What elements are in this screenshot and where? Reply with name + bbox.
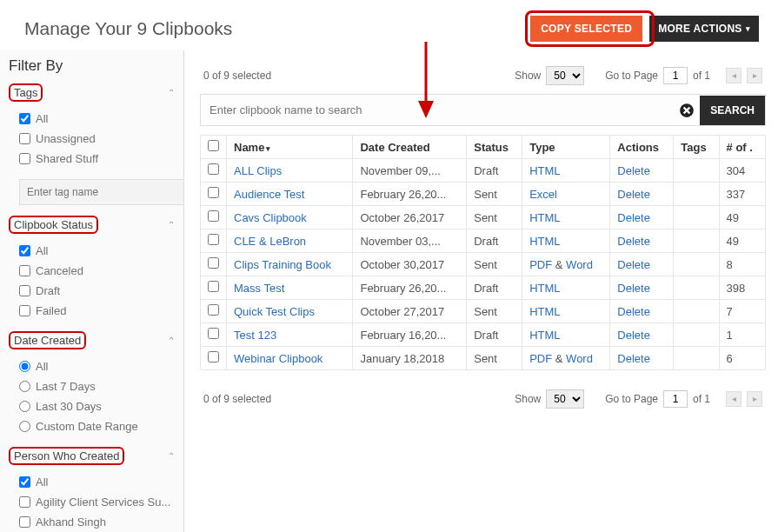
filter-option[interactable]: All — [19, 356, 175, 376]
type-link[interactable]: HTML — [529, 305, 560, 318]
filter-section-date[interactable]: Date Created ⌃ — [0, 328, 183, 353]
delete-link[interactable]: Delete — [617, 352, 650, 365]
page-title: Manage Your 9 Clipbooks — [24, 18, 530, 39]
row-checkbox[interactable] — [208, 234, 219, 245]
next-page-button-bottom[interactable]: ▸ — [747, 391, 762, 407]
page-size-select-bottom[interactable]: 50 — [546, 389, 584, 409]
col-type[interactable]: Type — [522, 136, 610, 159]
prev-page-button-bottom[interactable]: ◂ — [726, 391, 741, 407]
prev-page-button[interactable]: ◂ — [726, 68, 741, 83]
filter-checkbox[interactable] — [19, 305, 30, 316]
filter-option[interactable]: All — [19, 109, 175, 129]
cell-status: Sent — [467, 183, 522, 206]
clipbook-name-link[interactable]: Cavs Clipbook — [234, 211, 307, 224]
filter-radio[interactable] — [19, 401, 30, 412]
row-checkbox[interactable] — [208, 187, 219, 198]
filter-option[interactable]: Akhand Singh — [19, 512, 175, 532]
filter-checkbox[interactable] — [19, 133, 30, 144]
type-link[interactable]: PDF — [529, 258, 552, 271]
show-label: Show — [515, 393, 541, 405]
filter-checkbox[interactable] — [19, 245, 30, 256]
filter-radio[interactable] — [19, 381, 30, 392]
filter-checkbox[interactable] — [19, 265, 30, 276]
filter-option-label: Akhand Singh — [36, 515, 106, 529]
row-checkbox[interactable] — [208, 210, 219, 222]
table-row: Test 123February 16,20...DraftHTMLDelete… — [201, 323, 766, 347]
filter-radio[interactable] — [19, 361, 30, 372]
row-checkbox[interactable] — [208, 304, 219, 316]
clipbook-name-link[interactable]: Test 123 — [234, 329, 276, 342]
clipbook-name-link[interactable]: Clips Training Book — [234, 258, 331, 271]
page-number-input-bottom[interactable] — [663, 390, 688, 408]
filter-option[interactable]: Last 30 Days — [19, 396, 175, 416]
delete-link[interactable]: Delete — [617, 164, 650, 177]
filter-option[interactable]: Custom Date Range — [19, 416, 175, 436]
type-link[interactable]: Word — [566, 258, 593, 271]
row-checkbox[interactable] — [208, 351, 219, 362]
tag-name-input[interactable] — [19, 179, 184, 205]
filter-option[interactable]: Draft — [19, 281, 175, 301]
filter-option[interactable]: All — [19, 241, 175, 261]
filter-section-status[interactable]: Clipbook Status ⌃ — [0, 212, 183, 237]
filter-option[interactable]: All — [19, 472, 175, 492]
filter-option[interactable]: Shared Stuff — [19, 149, 175, 169]
filter-section-person[interactable]: Person Who Created ⌃ — [0, 443, 183, 469]
next-page-button[interactable]: ▸ — [747, 68, 762, 83]
delete-link[interactable]: Delete — [617, 211, 650, 224]
cell-tags — [674, 159, 719, 183]
clear-search-icon[interactable] — [679, 103, 695, 118]
type-link[interactable]: Word — [566, 352, 593, 365]
clipbook-name-link[interactable]: Webinar Clipbook — [234, 352, 323, 365]
clipbook-name-link[interactable]: Audience Test — [234, 188, 304, 201]
filter-radio[interactable] — [19, 421, 30, 432]
row-checkbox[interactable] — [208, 281, 219, 292]
row-checkbox[interactable] — [208, 163, 219, 175]
more-actions-button[interactable]: MORE ACTIONS ▾ — [649, 16, 759, 42]
type-link[interactable]: HTML — [529, 164, 560, 177]
col-actions[interactable]: Actions — [610, 136, 674, 159]
col-count[interactable]: # of . — [719, 136, 765, 159]
filter-checkbox[interactable] — [19, 153, 30, 164]
type-link[interactable]: PDF — [529, 352, 552, 365]
type-link[interactable]: HTML — [529, 211, 560, 224]
clipbook-name-link[interactable]: Quick Test Clips — [234, 305, 315, 318]
clipbooks-table: Name▾ Date Created Status Type Actions T… — [200, 135, 766, 370]
page-number-input[interactable] — [663, 67, 688, 84]
filter-option[interactable]: Canceled — [19, 261, 175, 281]
clipbook-name-link[interactable]: Mass Test — [234, 282, 284, 295]
delete-link[interactable]: Delete — [617, 282, 650, 295]
delete-link[interactable]: Delete — [617, 305, 650, 318]
filter-checkbox[interactable] — [19, 496, 30, 508]
delete-link[interactable]: Delete — [617, 329, 650, 342]
search-input[interactable] — [201, 95, 679, 125]
col-date[interactable]: Date Created — [353, 136, 467, 159]
delete-link[interactable]: Delete — [617, 258, 650, 271]
filter-checkbox[interactable] — [19, 285, 30, 296]
filter-checkbox[interactable] — [19, 476, 30, 488]
col-status[interactable]: Status — [467, 136, 522, 159]
page-size-select[interactable]: 50 — [546, 66, 584, 85]
type-link[interactable]: HTML — [529, 329, 560, 342]
filter-option[interactable]: Last 7 Days — [19, 376, 175, 396]
clipbook-name-link[interactable]: ALL Clips — [234, 164, 282, 177]
col-tags[interactable]: Tags — [674, 136, 719, 159]
filter-option[interactable]: Agility Client Services Su... — [19, 492, 175, 512]
type-link[interactable]: HTML — [529, 282, 560, 295]
filter-option[interactable]: Failed — [19, 301, 175, 321]
copy-selected-button[interactable]: COPY SELECTED — [530, 16, 642, 42]
type-link[interactable]: Excel — [529, 188, 557, 201]
filter-option[interactable]: Unassigned — [19, 129, 175, 149]
cell-count: 49 — [719, 206, 765, 229]
row-checkbox[interactable] — [208, 328, 219, 339]
type-link[interactable]: HTML — [529, 235, 560, 248]
delete-link[interactable]: Delete — [617, 235, 650, 248]
filter-section-tags[interactable]: Tags ⌃ — [0, 80, 183, 105]
search-button[interactable]: SEARCH — [700, 96, 765, 125]
filter-checkbox[interactable] — [19, 113, 30, 124]
select-all-checkbox[interactable] — [208, 140, 219, 151]
col-name[interactable]: Name▾ — [227, 136, 353, 159]
row-checkbox[interactable] — [208, 257, 219, 269]
filter-checkbox[interactable] — [19, 516, 30, 528]
clipbook-name-link[interactable]: CLE & LeBron — [234, 235, 306, 248]
delete-link[interactable]: Delete — [617, 188, 650, 201]
